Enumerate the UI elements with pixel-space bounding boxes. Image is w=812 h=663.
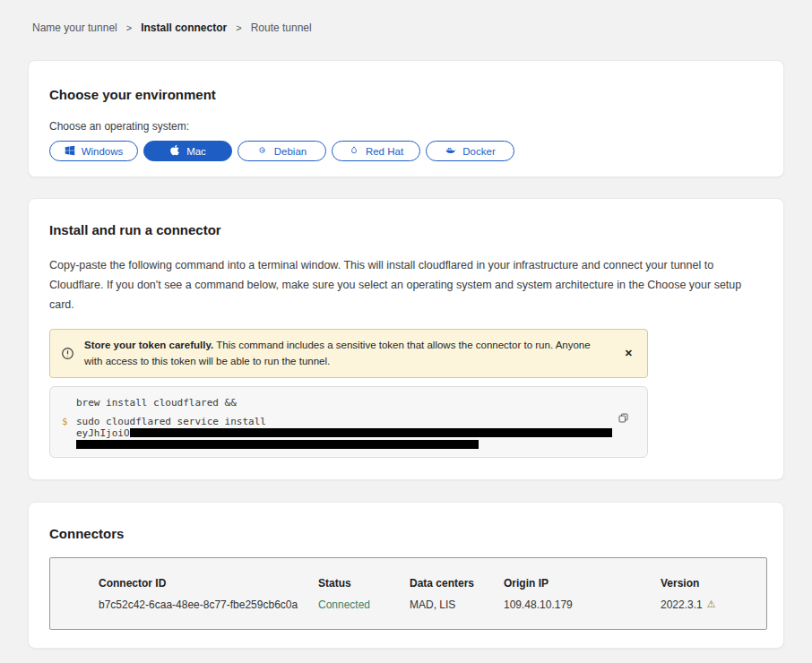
install-card-title: Install and run a connector [49, 222, 763, 237]
shell-prompt: $ [62, 417, 68, 426]
environment-card-title: Choose your environment [49, 87, 763, 102]
breadcrumb: Name your tunnel > Install connector > R… [0, 0, 812, 34]
os-button-label: Windows [82, 146, 124, 157]
connectors-table: Connector ID Status Data centers Origin … [49, 557, 767, 630]
os-button-windows[interactable]: Windows [49, 141, 138, 161]
breadcrumb-step-route-tunnel[interactable]: Route tunnel [251, 22, 312, 34]
os-button-redhat[interactable]: Red Hat [332, 141, 420, 161]
code-line-service-install: sudo cloudflared service install [76, 417, 635, 426]
close-icon[interactable]: ✕ [621, 346, 636, 361]
code-line-token: eyJhIjoiO [76, 428, 635, 438]
install-command-codeblock: brew install cloudflared && $ sudo cloud… [49, 386, 648, 458]
copy-icon[interactable] [618, 412, 629, 424]
col-connector-id: Connector ID [99, 577, 318, 590]
connectors-card: Connectors Connector ID Status Data cent… [28, 502, 784, 649]
token-warning-text: Store your token carefully. This command… [84, 337, 621, 370]
version-value: 2022.3.1 ⚠ [661, 598, 766, 611]
col-data-centers: Data centers [410, 577, 504, 590]
alert-circle-icon [61, 347, 74, 360]
data-centers-value: MAD, LIS [410, 598, 504, 611]
code-line-brew-install: brew install cloudflared && [76, 398, 635, 408]
redhat-icon [349, 145, 359, 158]
breadcrumb-step-name-your-tunnel[interactable]: Name your tunnel [32, 22, 117, 34]
connector-row: b7c52c42-6caa-48ee-8c77-fbe259cb6c0a Con… [99, 598, 766, 611]
status-badge: Connected [318, 598, 410, 611]
breadcrumb-separator: > [126, 22, 132, 33]
version-number: 2022.3.1 [661, 598, 703, 611]
connectors-table-header: Connector ID Status Data centers Origin … [99, 577, 766, 590]
docker-icon [445, 145, 456, 158]
os-select-label: Choose an operating system: [49, 120, 763, 133]
os-button-group: Windows Mac Debian Red Hat Docker [49, 141, 763, 161]
breadcrumb-separator: > [236, 22, 241, 33]
version-warning-icon: ⚠ [707, 599, 716, 609]
os-button-mac[interactable]: Mac [143, 141, 232, 161]
token-warning-banner: Store your token carefully. This command… [49, 329, 648, 378]
os-button-label: Debian [274, 146, 307, 157]
choose-environment-card: Choose your environment Choose an operat… [28, 60, 784, 177]
debian-icon [257, 145, 268, 158]
apple-icon [169, 144, 180, 158]
token-redaction-bar [76, 440, 479, 449]
os-button-label: Red Hat [366, 146, 403, 157]
token-prefix: eyJhIjoiO [76, 428, 130, 438]
origin-ip-value: 109.48.10.179 [504, 598, 661, 611]
token-warning-bold: Store your token carefully. [84, 340, 213, 350]
breadcrumb-step-install-connector[interactable]: Install connector [141, 22, 227, 34]
windows-icon [65, 145, 75, 158]
os-button-label: Mac [186, 146, 206, 157]
install-connector-card: Install and run a connector Copy-paste t… [28, 198, 784, 480]
col-origin-ip: Origin IP [504, 577, 661, 590]
connector-id-value: b7c52c42-6caa-48ee-8c77-fbe259cb6c0a [99, 598, 318, 611]
token-redaction-bar [130, 428, 612, 437]
os-button-label: Docker [462, 146, 495, 157]
os-button-debian[interactable]: Debian [238, 141, 326, 161]
install-instructions: Copy-paste the following command into a … [49, 255, 763, 314]
col-status: Status [318, 577, 410, 590]
col-version: Version [661, 577, 766, 590]
connectors-card-title: Connectors [49, 526, 763, 541]
os-button-docker[interactable]: Docker [426, 141, 514, 161]
